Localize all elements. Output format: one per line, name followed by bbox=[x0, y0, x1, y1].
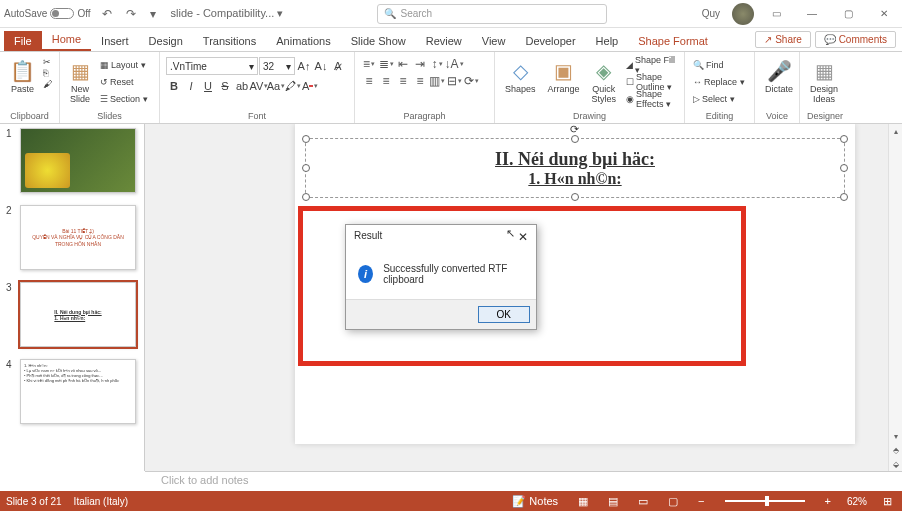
slide-thumbnails[interactable]: 1 2 Bài 11 TIẾT 1) QUYỀN VÀ NGHĨA VỤ CỦA… bbox=[0, 124, 145, 471]
sorter-view-icon[interactable]: ▤ bbox=[604, 495, 622, 508]
italic-button[interactable]: I bbox=[183, 78, 199, 94]
resize-handle[interactable] bbox=[840, 135, 848, 143]
shadow-button[interactable]: ab bbox=[234, 78, 250, 94]
language-status[interactable]: Italian (Italy) bbox=[74, 496, 128, 507]
tab-help[interactable]: Help bbox=[586, 31, 629, 51]
tab-review[interactable]: Review bbox=[416, 31, 472, 51]
smartart-icon[interactable]: ⟳ bbox=[463, 74, 479, 88]
paste-button[interactable]: 📋 Paste bbox=[6, 57, 39, 97]
resize-handle[interactable] bbox=[302, 164, 310, 172]
resize-handle[interactable] bbox=[840, 193, 848, 201]
close-icon[interactable]: ✕ bbox=[870, 4, 898, 24]
dictate-button[interactable]: 🎤Dictate bbox=[761, 57, 797, 97]
justify-icon[interactable]: ≡ bbox=[412, 74, 428, 88]
align-center-icon[interactable]: ≡ bbox=[378, 74, 394, 88]
next-slide-icon[interactable]: ⬙ bbox=[889, 457, 902, 471]
scroll-up-icon[interactable]: ▴ bbox=[889, 124, 902, 138]
font-name-select[interactable]: .VnTime▾ bbox=[166, 57, 258, 75]
notes-pane[interactable]: Click to add notes bbox=[145, 471, 902, 491]
slide-canvas-area[interactable]: ⟳ II. Néi dung bµi häc: 1. H«n nh©n: Res… bbox=[145, 124, 902, 471]
zoom-in-icon[interactable]: + bbox=[821, 495, 835, 507]
tab-developer[interactable]: Developer bbox=[515, 31, 585, 51]
increase-font-icon[interactable]: A↑ bbox=[296, 58, 312, 74]
tab-animations[interactable]: Animations bbox=[266, 31, 340, 51]
thumbnail-2[interactable]: 2 Bài 11 TIẾT 1) QUYỀN VÀ NGHĨA VỤ CỦA C… bbox=[6, 205, 138, 270]
slide-counter[interactable]: Slide 3 of 21 bbox=[6, 496, 62, 507]
slideshow-view-icon[interactable]: ▢ bbox=[664, 495, 682, 508]
shape-outline-button[interactable]: ☐ Shape Outline ▾ bbox=[624, 74, 678, 90]
autosave-toggle[interactable]: AutoSave Off bbox=[4, 8, 91, 19]
indent-inc-icon[interactable]: ⇥ bbox=[412, 57, 428, 71]
quick-styles-button[interactable]: ◈Quick Styles bbox=[588, 57, 621, 107]
underline-button[interactable]: U bbox=[200, 78, 216, 94]
rotation-handle-icon[interactable]: ⟳ bbox=[570, 124, 580, 133]
tab-transitions[interactable]: Transitions bbox=[193, 31, 266, 51]
resize-handle[interactable] bbox=[571, 135, 579, 143]
thumbnail-4[interactable]: 4 1. H«n nh©n: • Lµ viÖc nam n÷ kÕt h«n … bbox=[6, 359, 138, 424]
shape-fill-button[interactable]: ◢ Shape Fill ▾ bbox=[624, 57, 678, 73]
comments-button[interactable]: 💬 Comments bbox=[815, 31, 896, 48]
prev-slide-icon[interactable]: ⬘ bbox=[889, 443, 902, 457]
resize-handle[interactable] bbox=[302, 193, 310, 201]
decrease-font-icon[interactable]: A↓ bbox=[313, 58, 329, 74]
maximize-icon[interactable]: ▢ bbox=[834, 4, 862, 24]
align-left-icon[interactable]: ≡ bbox=[361, 74, 377, 88]
minimize-icon[interactable]: — bbox=[798, 4, 826, 24]
resize-handle[interactable] bbox=[571, 193, 579, 201]
shapes-button[interactable]: ◇Shapes bbox=[501, 57, 540, 97]
zoom-slider[interactable] bbox=[725, 500, 805, 502]
select-button[interactable]: ▷ Select ▾ bbox=[691, 91, 747, 107]
bold-button[interactable]: B bbox=[166, 78, 182, 94]
dialog-close-icon[interactable]: ✕ bbox=[518, 230, 528, 244]
highlight-icon[interactable]: 🖍 bbox=[285, 78, 301, 94]
redo-icon[interactable]: ↷ bbox=[123, 7, 139, 21]
notes-toggle[interactable]: 📝 Notes bbox=[508, 495, 562, 508]
ribbon-display-icon[interactable]: ▭ bbox=[762, 4, 790, 24]
font-color-icon[interactable]: A bbox=[302, 78, 318, 94]
clear-format-icon[interactable]: A̷ bbox=[330, 58, 346, 74]
undo-icon[interactable]: ↶ bbox=[99, 7, 115, 21]
tab-design[interactable]: Design bbox=[139, 31, 193, 51]
copy-icon[interactable]: ⎘ bbox=[43, 68, 52, 78]
zoom-out-icon[interactable]: − bbox=[694, 495, 708, 507]
tab-view[interactable]: View bbox=[472, 31, 516, 51]
thumbnail-1[interactable]: 1 bbox=[6, 128, 138, 193]
align-text-icon[interactable]: ⊟ bbox=[446, 74, 462, 88]
shape-effects-button[interactable]: ◉ Shape Effects ▾ bbox=[624, 91, 678, 107]
reset-button[interactable]: ↺ Reset bbox=[98, 74, 150, 90]
scroll-down-icon[interactable]: ▾ bbox=[889, 429, 902, 443]
replace-button[interactable]: ↔ Replace ▾ bbox=[691, 74, 747, 90]
change-case-icon[interactable]: Aa bbox=[268, 78, 284, 94]
section-button[interactable]: ☰ Section ▾ bbox=[98, 91, 150, 107]
avatar[interactable] bbox=[732, 3, 754, 25]
normal-view-icon[interactable]: ▦ bbox=[574, 495, 592, 508]
columns-icon[interactable]: ▥ bbox=[429, 74, 445, 88]
tab-slideshow[interactable]: Slide Show bbox=[341, 31, 416, 51]
file-tab[interactable]: File bbox=[4, 31, 42, 51]
qat-dropdown-icon[interactable]: ▾ bbox=[147, 7, 159, 21]
tab-insert[interactable]: Insert bbox=[91, 31, 139, 51]
fit-window-icon[interactable]: ⊞ bbox=[879, 495, 896, 508]
document-title[interactable]: slide - Compatibility... ▾ bbox=[171, 7, 284, 20]
arrange-button[interactable]: ▣Arrange bbox=[544, 57, 584, 97]
share-button[interactable]: ↗ Share bbox=[755, 31, 810, 48]
indent-dec-icon[interactable]: ⇤ bbox=[395, 57, 411, 71]
numbering-icon[interactable]: ≣ bbox=[378, 57, 394, 71]
find-button[interactable]: 🔍 Find bbox=[691, 57, 747, 73]
ok-button[interactable]: OK bbox=[478, 306, 530, 323]
font-size-select[interactable]: 32▾ bbox=[259, 57, 295, 75]
line-spacing-icon[interactable]: ↕ bbox=[429, 57, 445, 71]
zoom-level[interactable]: 62% bbox=[847, 496, 867, 507]
user-name[interactable]: Quy bbox=[702, 8, 720, 19]
bullets-icon[interactable]: ≡ bbox=[361, 57, 377, 71]
reading-view-icon[interactable]: ▭ bbox=[634, 495, 652, 508]
layout-button[interactable]: ▦ Layout ▾ bbox=[98, 57, 150, 73]
vertical-scrollbar[interactable]: ▴ ▾ ⬘ ⬙ bbox=[888, 124, 902, 471]
design-ideas-button[interactable]: ▦Design Ideas bbox=[806, 57, 842, 107]
resize-handle[interactable] bbox=[840, 164, 848, 172]
thumbnail-3[interactable]: 3 II. Néi dung bµi häc: 1. H«n nh©n: bbox=[6, 282, 138, 347]
format-painter-icon[interactable]: 🖌 bbox=[43, 79, 52, 89]
resize-handle[interactable] bbox=[302, 135, 310, 143]
tab-shape-format[interactable]: Shape Format bbox=[628, 31, 718, 51]
cut-icon[interactable]: ✂ bbox=[43, 57, 52, 67]
